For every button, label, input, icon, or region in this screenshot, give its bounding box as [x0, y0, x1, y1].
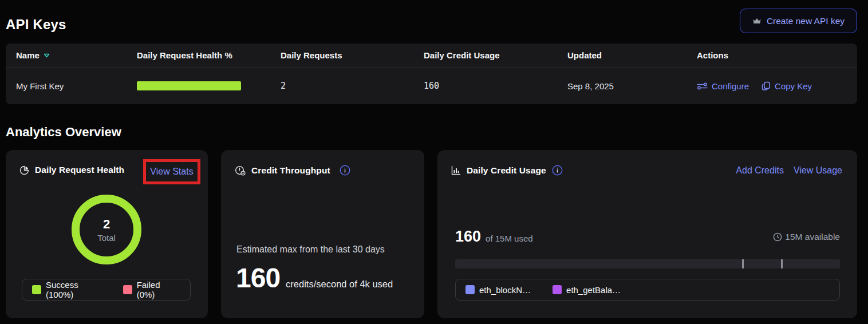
analytics-cards: Daily Request Health View Stats 2 Total … [6, 150, 857, 318]
api-keys-table: Name Daily Request Health % Daily Reques… [6, 44, 857, 104]
usage-stats-row: 160 of 15M used 15M available [455, 228, 840, 246]
eth-blocknumber-swatch [465, 285, 475, 294]
add-credits-link[interactable]: Add Credits [736, 165, 784, 176]
sort-down-icon [44, 53, 50, 58]
bar-chart-icon [451, 165, 461, 175]
drh-card-title: Daily Request Health [35, 165, 124, 175]
health-bar-cell [127, 81, 270, 90]
donut-total-label: Total [97, 233, 116, 243]
daily-credit-usage-cell: 160 [413, 81, 557, 91]
create-api-key-button[interactable]: Create new API key [740, 9, 857, 33]
ct-card-header: Credit Throughput [221, 150, 424, 176]
crown-icon [752, 17, 762, 25]
clock-icon [773, 232, 782, 242]
dcu-card-header: Daily Credit Usage Add Credits View Usag… [437, 150, 857, 176]
ct-card-title: Credit Throughput [251, 165, 330, 176]
credit-usage-progress-bar [455, 259, 840, 268]
table-row: My First Key 2 160 Sep 8, 2025 [6, 68, 857, 104]
usage-available: 15M available [773, 232, 840, 242]
donut-total-value: 2 [103, 217, 110, 232]
updated-cell: Sep 8, 2025 [557, 81, 686, 91]
top-bar: API Keys Create new API key [6, 0, 857, 33]
legend-item-success: Success (100%) [32, 280, 108, 299]
view-usage-link[interactable]: View Usage [794, 165, 842, 176]
request-health-donut: 2 Total [72, 195, 141, 264]
daily-credit-usage-card: Daily Credit Usage Add Credits View Usag… [437, 150, 857, 318]
sliders-icon [697, 82, 708, 90]
copy-key-link[interactable]: Copy Key [762, 81, 812, 91]
daily-requests-cell: 2 [270, 81, 413, 91]
gauge-icon [235, 165, 246, 176]
throughput-subtitle: Estimated max from the last 30 days [236, 244, 385, 255]
throughput-value-line: 160 credits/second of 4k used [236, 262, 393, 294]
red-highlight-box: View Stats [143, 159, 200, 184]
page-title: API Keys [6, 17, 66, 33]
copy-icon [762, 81, 771, 91]
view-stats-link[interactable]: View Stats [150, 167, 193, 177]
info-icon[interactable] [552, 165, 563, 176]
credit-throughput-card: Credit Throughput Estimated max from the… [221, 150, 424, 318]
actions-cell: Configure Copy Key [686, 81, 857, 91]
failed-swatch [123, 285, 132, 294]
create-api-key-label: Create new API key [767, 16, 845, 26]
health-bar [137, 81, 241, 90]
usage-bar-marker [781, 259, 783, 268]
legend-item-eth-blocknumber: eth_blockN… [465, 285, 531, 295]
key-name-cell: My First Key [6, 81, 127, 91]
column-header-credit-usage: Daily Credit Usage [413, 50, 557, 60]
column-header-health: Daily Request Health % [127, 50, 270, 60]
daily-request-health-card: Daily Request Health View Stats 2 Total … [6, 150, 208, 318]
pie-chart-icon [19, 165, 29, 175]
usage-used-label: of 15M used [486, 234, 533, 243]
table-header-row: Name Daily Request Health % Daily Reques… [6, 44, 857, 68]
column-header-name[interactable]: Name [6, 50, 127, 60]
info-icon[interactable] [340, 165, 350, 176]
column-header-updated: Updated [557, 50, 686, 60]
usage-bar-marker [742, 259, 744, 268]
success-swatch [32, 285, 41, 294]
usage-used-value: 160 [455, 228, 481, 246]
dcu-card-title: Daily Credit Usage [467, 165, 546, 176]
throughput-value: 160 [236, 262, 280, 294]
column-header-requests: Daily Requests [270, 50, 413, 60]
health-legend: Success (100%) Failed (0%) [22, 279, 191, 301]
usage-legend: eth_blockN… eth_getBala… [455, 279, 840, 301]
analytics-overview-title: Analytics Overview [6, 125, 857, 140]
dashboard-page: API Keys Create new API key Name Daily R… [0, 0, 868, 318]
legend-item-eth-getbalance: eth_getBala… [553, 285, 621, 295]
copy-key-label: Copy Key [775, 81, 812, 91]
configure-link[interactable]: Configure [697, 81, 749, 91]
eth-getbalance-swatch [553, 285, 562, 294]
configure-label: Configure [712, 81, 749, 91]
throughput-unit: credits/second of 4k used [286, 279, 393, 290]
column-header-actions: Actions [686, 50, 857, 60]
legend-item-failed: Failed (0%) [123, 280, 180, 299]
